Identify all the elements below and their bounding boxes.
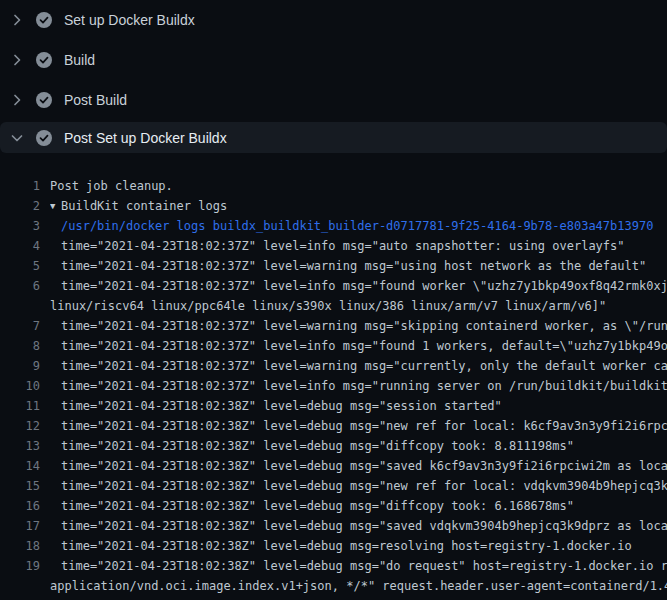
log-line: 20time="2021-04-23T18:02:38Z" level=debu… — [0, 596, 667, 600]
steps-list: Set up Docker BuildxBuildPost BuildPost … — [0, 0, 667, 153]
line-number[interactable]: 9 — [0, 356, 40, 376]
log-line: 8time="2021-04-23T18:02:37Z" level=info … — [0, 336, 667, 356]
log-line-content: time="2021-04-23T18:02:37Z" level=warnin… — [50, 356, 667, 376]
log-text: time="2021-04-23T18:02:38Z" level=debug … — [50, 396, 667, 416]
log-text: Post job cleanup. — [50, 176, 667, 196]
log-line-content: Post job cleanup. — [50, 176, 667, 196]
log-line: 11time="2021-04-23T18:02:38Z" level=debu… — [0, 396, 667, 416]
line-number[interactable]: 19 — [0, 556, 40, 596]
log-line-content: time="2021-04-23T18:02:38Z" level=debug … — [50, 476, 667, 496]
line-number[interactable]: 8 — [0, 336, 40, 356]
log-text: time="2021-04-23T18:02:38Z" level=debug … — [50, 596, 667, 600]
log-line-content: time="2021-04-23T18:02:37Z" level=warnin… — [50, 316, 667, 336]
log-line: 13time="2021-04-23T18:02:38Z" level=debu… — [0, 436, 667, 456]
line-number[interactable]: 2 — [0, 196, 40, 216]
log-line: 18time="2021-04-23T18:02:38Z" level=debu… — [0, 536, 667, 556]
step-row-3[interactable]: Post Set up Docker Buildx — [0, 122, 667, 153]
line-number[interactable]: 3 — [0, 216, 40, 236]
log-line-content: /usr/bin/docker logs buildx_buildkit_bui… — [50, 216, 667, 236]
log-text: time="2021-04-23T18:02:37Z" level=info m… — [50, 276, 667, 296]
step-label: Post Build — [64, 92, 127, 108]
log-line: 5time="2021-04-23T18:02:37Z" level=warni… — [0, 256, 667, 276]
line-number[interactable]: 7 — [0, 316, 40, 336]
line-number[interactable]: 6 — [0, 276, 40, 316]
chevron-right-icon — [9, 92, 25, 108]
log-line: 16time="2021-04-23T18:02:38Z" level=debu… — [0, 496, 667, 516]
log-text: time="2021-04-23T18:02:38Z" level=debug … — [50, 516, 667, 536]
log-line: 14time="2021-04-23T18:02:38Z" level=debu… — [0, 456, 667, 476]
step-label: Set up Docker Buildx — [64, 12, 195, 28]
log-line-content: time="2021-04-23T18:02:38Z" level=debug … — [50, 456, 667, 476]
step-row-1[interactable]: Build — [0, 40, 667, 80]
line-number[interactable]: 14 — [0, 456, 40, 476]
log-line: 17time="2021-04-23T18:02:38Z" level=debu… — [0, 516, 667, 536]
log-line-content: time="2021-04-23T18:02:38Z" level=debug … — [50, 536, 667, 556]
line-number[interactable]: 11 — [0, 396, 40, 416]
log-text-continuation: application/vnd.oci.image.index.v1+json,… — [50, 576, 667, 596]
log-text-continuation: linux/riscv64 linux/ppc64le linux/s390x … — [50, 296, 667, 316]
log-text: time="2021-04-23T18:02:37Z" level=warnin… — [50, 316, 667, 336]
log-line: 15time="2021-04-23T18:02:38Z" level=debu… — [0, 476, 667, 496]
log-text: time="2021-04-23T18:02:37Z" level=info m… — [50, 336, 667, 356]
log-line: 2▼BuildKit container logs — [0, 196, 667, 216]
log-viewer: 1Post job cleanup.2▼BuildKit container l… — [0, 160, 667, 600]
log-command-text: /usr/bin/docker logs buildx_buildkit_bui… — [50, 216, 667, 236]
line-number[interactable]: 16 — [0, 496, 40, 516]
line-number[interactable]: 4 — [0, 236, 40, 256]
log-line-content: time="2021-04-23T18:02:37Z" level=warnin… — [50, 256, 667, 276]
log-line-content: time="2021-04-23T18:02:37Z" level=info m… — [50, 336, 667, 356]
check-circle-icon — [36, 52, 52, 68]
log-line-content: time="2021-04-23T18:02:38Z" level=debug … — [50, 556, 667, 596]
line-number[interactable]: 20 — [0, 596, 40, 600]
line-number[interactable]: 18 — [0, 536, 40, 556]
log-line: 7time="2021-04-23T18:02:37Z" level=warni… — [0, 316, 667, 336]
log-text: time="2021-04-23T18:02:38Z" level=debug … — [50, 476, 667, 496]
log-line: 6time="2021-04-23T18:02:37Z" level=info … — [0, 276, 667, 316]
log-line: 19time="2021-04-23T18:02:38Z" level=debu… — [0, 556, 667, 596]
check-circle-icon — [36, 130, 52, 146]
log-line: 4time="2021-04-23T18:02:37Z" level=info … — [0, 236, 667, 256]
check-circle-icon — [36, 12, 52, 28]
log-line-content: time="2021-04-23T18:02:38Z" level=debug … — [50, 436, 667, 456]
log-line-content: time="2021-04-23T18:02:37Z" level=info m… — [50, 276, 667, 316]
log-text: time="2021-04-23T18:02:38Z" level=debug … — [50, 536, 667, 556]
log-line: 9time="2021-04-23T18:02:37Z" level=warni… — [0, 356, 667, 376]
log-text: time="2021-04-23T18:02:37Z" level=warnin… — [50, 356, 667, 376]
line-number[interactable]: 1 — [0, 176, 40, 196]
step-label: Build — [64, 52, 95, 68]
line-number[interactable]: 12 — [0, 416, 40, 436]
log-line-content: time="2021-04-23T18:02:38Z" level=debug … — [50, 416, 667, 436]
log-line-content: time="2021-04-23T18:02:38Z" level=debug … — [50, 396, 667, 416]
log-text: time="2021-04-23T18:02:38Z" level=debug … — [50, 436, 667, 456]
log-line: 10time="2021-04-23T18:02:37Z" level=info… — [0, 376, 667, 396]
line-number[interactable]: 15 — [0, 476, 40, 496]
log-group-label: BuildKit container logs — [61, 199, 227, 213]
log-line: 12time="2021-04-23T18:02:38Z" level=debu… — [0, 416, 667, 436]
line-number[interactable]: 17 — [0, 516, 40, 536]
log-line: 3/usr/bin/docker logs buildx_buildkit_bu… — [0, 216, 667, 236]
disclosure-triangle-icon: ▼ — [50, 196, 61, 216]
check-circle-icon — [36, 92, 52, 108]
chevron-right-icon — [9, 12, 25, 28]
log-text: time="2021-04-23T18:02:37Z" level=info m… — [50, 236, 667, 256]
log-text: time="2021-04-23T18:02:37Z" level=warnin… — [50, 256, 667, 276]
log-line-content: time="2021-04-23T18:02:38Z" level=debug … — [50, 596, 667, 600]
chevron-down-icon — [9, 130, 25, 146]
chevron-right-icon — [9, 52, 25, 68]
line-number[interactable]: 13 — [0, 436, 40, 456]
log-text: time="2021-04-23T18:02:38Z" level=debug … — [50, 556, 667, 576]
log-line-content: time="2021-04-23T18:02:37Z" level=info m… — [50, 376, 667, 396]
log-line-content: time="2021-04-23T18:02:38Z" level=debug … — [50, 496, 667, 516]
line-number[interactable]: 5 — [0, 256, 40, 276]
log-line-content: ▼BuildKit container logs — [50, 196, 667, 216]
line-number[interactable]: 10 — [0, 376, 40, 396]
step-row-2[interactable]: Post Build — [0, 80, 667, 120]
log-line-content: time="2021-04-23T18:02:37Z" level=info m… — [50, 236, 667, 256]
log-line-content: time="2021-04-23T18:02:38Z" level=debug … — [50, 516, 667, 536]
log-line: 1Post job cleanup. — [0, 176, 667, 196]
log-text: time="2021-04-23T18:02:37Z" level=info m… — [50, 376, 667, 396]
log-text: time="2021-04-23T18:02:38Z" level=debug … — [50, 456, 667, 476]
step-label: Post Set up Docker Buildx — [64, 130, 227, 146]
step-row-0[interactable]: Set up Docker Buildx — [0, 0, 667, 40]
log-group-toggle[interactable]: ▼BuildKit container logs — [50, 196, 667, 216]
